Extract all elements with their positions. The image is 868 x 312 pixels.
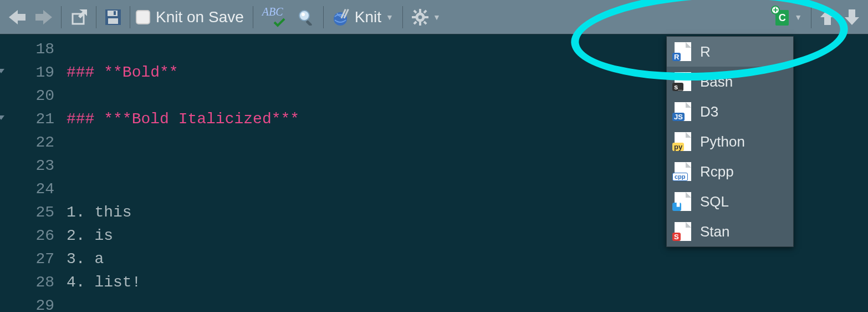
line-number: 21 — [0, 108, 54, 131]
checkbox-icon — [136, 10, 150, 24]
chunk-menu-item-sql[interactable]: ▝ SQL — [667, 187, 793, 217]
floppy-icon — [105, 9, 121, 25]
svg-rect-7 — [114, 11, 116, 15]
svg-rect-6 — [108, 18, 118, 24]
code-line — [67, 84, 299, 108]
magnifier-icon — [298, 9, 314, 26]
line-number: 29 — [0, 294, 54, 312]
file-icon: cpp — [675, 162, 691, 181]
line-number: 26 — [0, 224, 54, 248]
chunk-menu-label: R — [700, 43, 711, 61]
line-gutter: 18 19 20 21 22 23 24 25 26 27 28 29 — [0, 38, 61, 312]
code-line: 3. a — [67, 248, 299, 271]
file-icon: ▝ — [675, 192, 691, 211]
line-number: 24 — [0, 178, 54, 201]
next-chunk-button[interactable] — [841, 5, 862, 29]
svg-rect-17 — [412, 16, 416, 18]
prev-chunk-button[interactable] — [817, 5, 838, 29]
svg-marker-24 — [845, 9, 859, 25]
code-line: 2. is — [67, 224, 299, 248]
chunk-menu-item-bash[interactable]: s_ Bash — [667, 67, 793, 97]
code-line: 1. this — [67, 201, 299, 224]
arrow-right-icon — [35, 10, 52, 24]
toolbar-right-group: C + ▼ — [771, 0, 862, 34]
arrow-up-icon — [820, 9, 835, 25]
svg-rect-21 — [413, 21, 417, 24]
fold-caret-icon[interactable] — [0, 69, 4, 73]
forward-button[interactable] — [32, 5, 55, 29]
line-number: 20 — [0, 84, 54, 108]
chunk-menu-item-stan[interactable]: S Stan — [667, 217, 793, 246]
line-number: 27 — [0, 248, 54, 271]
svg-marker-0 — [9, 10, 25, 24]
svg-point-9 — [302, 13, 305, 16]
spellcheck-button[interactable]: ABC — [259, 5, 291, 29]
chunk-menu-item-python[interactable]: py Python — [667, 127, 793, 157]
editor-toolbar: Knit on Save ABC Knit ▼ — [0, 0, 868, 34]
knit-on-save-toggle[interactable]: Knit on Save — [136, 8, 247, 26]
gear-icon — [412, 9, 428, 26]
chunk-menu-label: Python — [700, 133, 745, 150]
svg-rect-10 — [305, 20, 312, 26]
file-icon: JS — [675, 102, 691, 121]
line-number: 18 — [0, 38, 54, 61]
svg-rect-18 — [425, 16, 428, 18]
insert-chunk-button[interactable]: C + ▼ — [771, 5, 805, 29]
chunk-menu-label: Stan — [700, 223, 730, 240]
fold-caret-icon[interactable] — [0, 115, 4, 120]
spellcheck-icon: ABC — [262, 8, 288, 27]
chunk-menu-item-d3[interactable]: JS D3 — [667, 97, 793, 127]
code-line: 4. list! — [67, 271, 299, 294]
back-button[interactable] — [6, 5, 29, 29]
svg-rect-19 — [413, 9, 417, 13]
abc-text: ABC — [262, 6, 283, 18]
toolbar-separator — [811, 6, 811, 28]
chunk-menu-item-rcpp[interactable]: cpp Rcpp — [667, 157, 793, 187]
svg-rect-20 — [423, 9, 427, 13]
find-replace-button[interactable] — [294, 5, 318, 29]
arrow-down-icon — [845, 9, 859, 25]
yarn-icon — [333, 9, 351, 26]
svg-marker-23 — [820, 9, 835, 25]
chevron-down-icon: ▼ — [386, 13, 394, 22]
settings-button[interactable]: ▼ — [409, 5, 444, 29]
insert-chunk-menu: R R s_ Bash JS D3 py Python cpp Rcpp ▝ S… — [666, 36, 794, 247]
chunk-menu-label: Bash — [700, 73, 733, 90]
svg-rect-5 — [108, 11, 118, 16]
popout-icon — [70, 9, 87, 25]
insert-chunk-icon: C + — [774, 9, 790, 26]
code-area[interactable]: ### **Bold** ### ***Bold Italicized*** 1… — [61, 38, 299, 312]
code-line — [67, 38, 299, 61]
arrow-left-icon — [9, 10, 25, 24]
chunk-menu-label: SQL — [700, 193, 729, 210]
line-number: 25 — [0, 201, 54, 224]
save-button[interactable] — [102, 5, 124, 29]
svg-marker-1 — [35, 10, 52, 24]
file-icon: R — [675, 42, 691, 61]
toolbar-separator — [402, 6, 403, 28]
line-number: 28 — [0, 271, 54, 294]
file-icon: S — [675, 222, 691, 241]
svg-rect-15 — [419, 9, 421, 13]
code-line — [67, 131, 299, 154]
chevron-down-icon: ▼ — [433, 13, 441, 22]
code-line: ### **Bold** — [67, 61, 299, 84]
file-icon: py — [675, 132, 691, 151]
show-in-new-window-button[interactable] — [67, 5, 90, 29]
line-number: 22 — [0, 131, 54, 154]
knit-label: Knit — [355, 8, 381, 26]
chunk-menu-item-r[interactable]: R R — [667, 37, 793, 67]
knit-button[interactable]: Knit ▼ — [329, 5, 397, 29]
toolbar-separator — [130, 6, 130, 28]
toolbar-separator — [61, 6, 62, 28]
chunk-menu-label: Rcpp — [700, 163, 734, 180]
chevron-down-icon: ▼ — [794, 13, 802, 22]
file-icon: s_ — [675, 72, 691, 91]
code-line — [67, 294, 299, 312]
line-number: 19 — [0, 61, 54, 84]
svg-point-14 — [417, 14, 423, 21]
knit-on-save-label: Knit on Save — [156, 8, 244, 26]
code-line — [67, 154, 299, 178]
code-line — [67, 178, 299, 201]
code-line: ### ***Bold Italicized*** — [67, 108, 299, 131]
